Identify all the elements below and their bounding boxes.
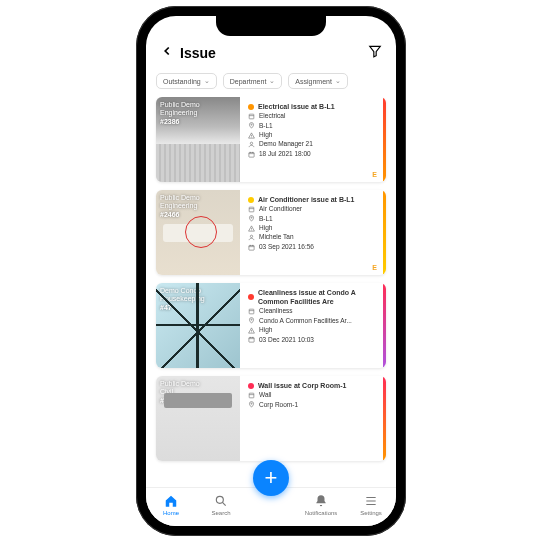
overlay-ref: #2466 — [160, 211, 200, 219]
overlay-dept2: Civil — [160, 388, 200, 396]
svg-rect-11 — [249, 207, 254, 212]
detail-text: B-L1 — [259, 122, 273, 130]
filter-pill-status[interactable]: Outstanding ⌄ — [156, 73, 217, 89]
color-stripe — [383, 283, 386, 368]
detail-text: 03 Dec 2021 10:03 — [259, 336, 314, 344]
filter-icon[interactable] — [368, 44, 382, 62]
detail-row: High — [248, 224, 375, 232]
pill-label: Department — [230, 78, 267, 85]
person-icon — [248, 141, 255, 148]
priority-icon — [248, 327, 255, 334]
detail-text: Corp Room-1 — [259, 401, 298, 409]
svg-rect-17 — [249, 245, 254, 250]
issue-title: Air Conditioner issue at B-L1 — [258, 195, 354, 204]
tab-label: Search — [211, 510, 230, 516]
svg-marker-0 — [370, 46, 381, 57]
color-stripe — [383, 97, 386, 182]
detail-title-row: Electrical issue at B-L1 — [248, 102, 375, 111]
issue-detail: Electrical issue at B-L1ElectricalB-L1Hi… — [240, 97, 383, 182]
svg-rect-7 — [249, 152, 254, 157]
filter-pills: Outstanding ⌄ Department ⌄ Assignment ⌄ — [146, 69, 396, 97]
svg-point-3 — [251, 124, 252, 125]
color-stripe — [383, 376, 386, 461]
detail-row: Corp Room-1 — [248, 401, 375, 409]
detail-text: Condo A Common Facilities Ar... — [259, 317, 352, 325]
tab-add-spacer — [246, 494, 296, 516]
add-button[interactable]: + — [253, 460, 289, 496]
calendar-icon — [248, 244, 255, 251]
tab-settings[interactable]: Settings — [346, 494, 396, 516]
filter-pill-assignment[interactable]: Assignment ⌄ — [288, 73, 348, 89]
detail-text: Demo Manager 21 — [259, 140, 313, 148]
overlay-dept2: Engineering — [160, 202, 200, 210]
filter-pill-department[interactable]: Department ⌄ — [223, 73, 283, 89]
chevron-down-icon: ⌄ — [269, 77, 275, 85]
detail-text: 18 Jul 2021 18:00 — [259, 150, 311, 158]
detail-title-row: Air Conditioner issue at B-L1 — [248, 195, 375, 204]
detail-row: Air Conditioner — [248, 205, 375, 213]
tab-notifications[interactable]: Notifications — [296, 494, 346, 516]
svg-line-34 — [222, 502, 225, 505]
overlay-dept2: Housekeeping — [160, 295, 205, 303]
overlay-dept1: Demo Condo — [160, 287, 205, 295]
issue-card[interactable]: Public DemoEngineering#2466Air Condition… — [156, 190, 386, 275]
location-pin-icon — [248, 317, 255, 324]
thumbnail-overlay: Demo CondoHousekeeping#47 — [160, 287, 205, 312]
issue-thumbnail: Demo CondoHousekeeping#47 — [156, 283, 240, 368]
status-dot — [248, 197, 254, 203]
person-icon — [248, 234, 255, 241]
detail-row: Wall — [248, 391, 375, 399]
back-icon[interactable] — [160, 42, 174, 63]
svg-rect-26 — [249, 338, 254, 343]
chevron-down-icon: ⌄ — [335, 77, 341, 85]
svg-rect-21 — [249, 309, 254, 314]
detail-row: 03 Dec 2021 10:03 — [248, 336, 375, 344]
issue-title: Electrical issue at B-L1 — [258, 102, 335, 111]
issue-title: Cleanliness issue at Condo A Common Faci… — [258, 288, 375, 306]
priority-icon — [248, 132, 255, 139]
menu-icon — [364, 494, 378, 508]
svg-point-13 — [251, 217, 252, 218]
detail-text: High — [259, 131, 272, 139]
issue-card[interactable]: Public DemoEngineering#2386Electrical is… — [156, 97, 386, 182]
detail-text: 03 Sep 2021 16:56 — [259, 243, 314, 251]
detail-row: 18 Jul 2021 18:00 — [248, 150, 375, 158]
chevron-down-icon: ⌄ — [204, 77, 210, 85]
overlay-ref: #47 — [160, 304, 205, 312]
detail-row: B-L1 — [248, 122, 375, 130]
tab-label: Settings — [360, 510, 382, 516]
detail-row: 03 Sep 2021 16:56 — [248, 243, 375, 251]
tab-search[interactable]: Search — [196, 494, 246, 516]
issue-thumbnail: Public DemoCivil#2454 — [156, 376, 240, 461]
priority-icon — [248, 225, 255, 232]
tab-home[interactable]: Home — [146, 494, 196, 516]
issue-thumbnail: Public DemoEngineering#2466 — [156, 190, 240, 275]
detail-row: Demo Manager 21 — [248, 140, 375, 148]
detail-text: Michele Tan — [259, 233, 294, 241]
pill-label: Outstanding — [163, 78, 201, 85]
thumbnail-overlay: Public DemoEngineering#2386 — [160, 101, 200, 126]
issue-list[interactable]: Public DemoEngineering#2386Electrical is… — [146, 97, 396, 487]
category-icon — [248, 206, 255, 213]
issue-detail: Wall issue at Corp Room-1WallCorp Room-1 — [240, 376, 383, 461]
search-icon — [214, 494, 228, 508]
status-dot — [248, 383, 254, 389]
overlay-ref: #2454 — [160, 397, 200, 405]
svg-point-33 — [216, 496, 223, 503]
detail-text: High — [259, 326, 272, 334]
tab-label: Notifications — [305, 510, 338, 516]
issue-card[interactable]: Demo CondoHousekeeping#47Cleanliness iss… — [156, 283, 386, 368]
svg-rect-30 — [249, 393, 254, 398]
color-stripe — [383, 190, 386, 275]
svg-point-16 — [250, 235, 252, 237]
thumbnail-overlay: Public DemoEngineering#2466 — [160, 194, 200, 219]
issue-card[interactable]: Public DemoCivil#2454Wall issue at Corp … — [156, 376, 386, 461]
issue-thumbnail: Public DemoEngineering#2386 — [156, 97, 240, 182]
detail-row: Condo A Common Facilities Ar... — [248, 317, 375, 325]
phone-notch — [216, 16, 326, 36]
issue-detail: Air Conditioner issue at B-L1Air Conditi… — [240, 190, 383, 275]
detail-row: Cleanliness — [248, 307, 375, 315]
category-icon — [248, 392, 255, 399]
badge: E — [372, 264, 377, 271]
detail-title-row: Cleanliness issue at Condo A Common Faci… — [248, 288, 375, 306]
